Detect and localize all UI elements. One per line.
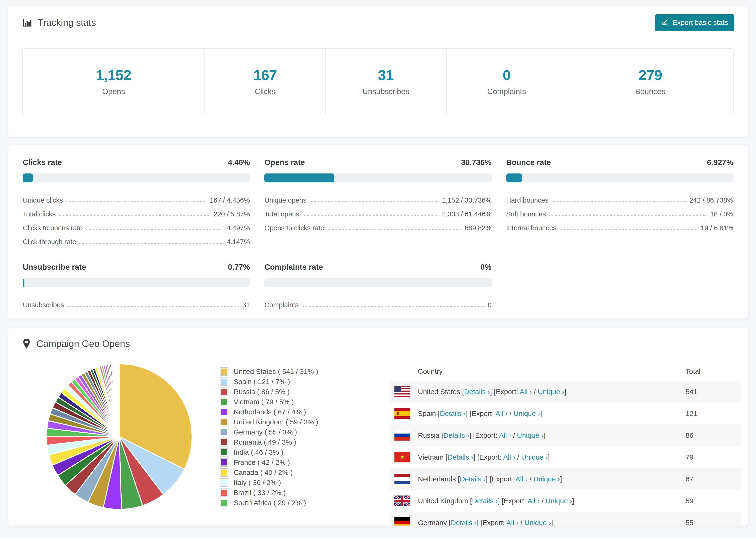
details-link[interactable]: Details › <box>460 475 486 483</box>
country-flag-icon <box>395 430 410 441</box>
details-link[interactable]: Details › <box>448 453 473 461</box>
metric-value: 220 / 5.87% <box>214 210 250 218</box>
table-row: Spain [Details ›] [Export: All › / Uniqu… <box>390 403 741 424</box>
rate-value: 6.927% <box>707 158 733 167</box>
geo-section-title: Campaign Geo Opens <box>36 339 130 349</box>
details-link[interactable]: Details › <box>440 409 465 417</box>
dotted-leader <box>552 201 686 202</box>
rate-value: 0% <box>480 263 492 272</box>
details-link[interactable]: Details › <box>443 431 469 439</box>
rate-progress-bar <box>23 278 250 287</box>
country-total: 121 <box>685 409 741 418</box>
country-flag-icon <box>395 474 410 484</box>
legend-label: United States ( 541 / 31% ) <box>234 368 318 376</box>
country-cell: Russia [Details ›] [Export: All › / Uniq… <box>410 431 685 439</box>
rate-progress-fill <box>23 174 33 183</box>
geo-header: Campaign Geo Opens <box>8 327 748 360</box>
country-total: 541 <box>685 388 741 396</box>
export-all-link[interactable]: All › <box>520 388 532 396</box>
rate-progress-bar <box>23 174 250 183</box>
legend-item[interactable]: India ( 46 / 3% ) <box>220 447 318 457</box>
metric-value: 689.82% <box>465 224 492 232</box>
legend-item[interactable]: Russia ( 86 / 5% ) <box>220 387 318 397</box>
legend-swatch <box>220 408 229 416</box>
legend-item[interactable]: Italy ( 36 / 2% ) <box>220 477 318 488</box>
export-button-label: Export basic stats <box>673 19 728 27</box>
pie-slice[interactable] <box>119 364 119 437</box>
country-name: United Kingdom <box>418 497 468 505</box>
summary-stats-box: 1,152 Opens 167 Clicks 31 Unsubscribes 0… <box>22 48 734 114</box>
details-link[interactable]: Details › <box>464 388 490 396</box>
legend-swatch <box>220 488 229 497</box>
metric-row: Hard bounces 242 / 86.738% <box>506 190 733 204</box>
legend-item[interactable]: Canada ( 40 / 2% ) <box>220 467 318 477</box>
metric-row: Click through rate 4.147% <box>23 232 250 246</box>
legend-label: South Africa ( 29 / 2% ) <box>234 499 306 507</box>
legend-item[interactable]: Vietnam ( 79 / 5% ) <box>220 397 318 407</box>
export-unique-link[interactable]: Unique › <box>546 497 572 505</box>
legend-item[interactable]: France ( 42 / 2% ) <box>220 457 318 467</box>
metric-label: Unsubscribes <box>23 301 64 309</box>
dotted-leader <box>67 306 239 307</box>
dotted-leader <box>310 201 439 202</box>
country-name: Netherlands <box>418 475 456 483</box>
legend-item[interactable]: Romania ( 49 / 3% ) <box>220 437 318 447</box>
legend-swatch <box>220 499 229 507</box>
legend-label: Brazil ( 33 / 2% ) <box>234 489 286 497</box>
legend-swatch <box>220 377 229 386</box>
metric-value: 14.497% <box>223 224 250 232</box>
legend-item[interactable]: Brazil ( 33 / 2% ) <box>220 488 318 498</box>
legend-label: France ( 42 / 2% ) <box>234 458 290 466</box>
legend-item[interactable]: United States ( 541 / 31% ) <box>220 366 318 377</box>
rate-value: 0.77% <box>228 263 250 272</box>
country-flag-icon <box>395 386 410 397</box>
metric-label: Click through rate <box>23 238 76 246</box>
rate-panel: Clicks rate 4.46% Unique clicks 167 / 4.… <box>23 158 250 246</box>
export-all-link[interactable]: All › <box>527 497 540 505</box>
metric-row: Internal bounces 19 / 6.81% <box>506 218 733 232</box>
export-unique-link[interactable]: Unique › <box>524 519 551 526</box>
country-cell: Vietnam [Details ›] [Export: All › / Uni… <box>410 453 685 461</box>
legend-swatch <box>220 438 229 447</box>
export-all-link[interactable]: All › <box>503 453 515 461</box>
metric-label: Total opens <box>264 210 299 218</box>
legend-item[interactable]: South Africa ( 29 / 2% ) <box>220 498 318 508</box>
export-all-link[interactable]: All › <box>499 431 511 439</box>
export-all-link[interactable]: All › <box>495 409 508 417</box>
details-link[interactable]: Details › <box>472 497 498 505</box>
country-flag-icon <box>395 517 410 526</box>
legend-swatch <box>220 478 229 487</box>
legend-item[interactable]: Germany ( 55 / 3% ) <box>220 427 318 437</box>
export-unique-link[interactable]: Unique › <box>538 388 564 396</box>
export-unique-link[interactable]: Unique › <box>533 475 560 483</box>
rate-title: Opens rate <box>264 158 305 167</box>
export-unique-link[interactable]: Unique › <box>517 431 544 439</box>
export-unique-link[interactable]: Unique › <box>513 409 540 417</box>
bar-chart-icon <box>22 17 33 28</box>
geo-pie-chart <box>44 361 194 512</box>
total-column-header: Total <box>685 367 741 375</box>
geo-table-header: Country Total <box>390 362 741 381</box>
metric-value: 31 <box>242 301 250 309</box>
country-column-header: Country <box>390 367 685 375</box>
metric-label: Hard bounces <box>506 196 549 204</box>
legend-label: Germany ( 55 / 3% ) <box>234 428 297 436</box>
details-link[interactable]: Details › <box>451 519 477 526</box>
metric-label: Internal bounces <box>506 224 557 232</box>
legend-item[interactable]: Netherlands ( 67 / 4% ) <box>220 407 318 417</box>
country-cell: United Kingdom [Details ›] [Export: All … <box>410 497 685 505</box>
export-unique-link[interactable]: Unique › <box>521 453 548 461</box>
legend-item[interactable]: Spain ( 121 / 7% ) <box>220 377 318 387</box>
legend-item[interactable]: United Kingdom ( 59 / 3% ) <box>220 417 318 427</box>
legend-swatch <box>220 398 229 406</box>
export-all-link[interactable]: All › <box>507 519 519 526</box>
country-name: United States <box>418 388 460 396</box>
export-basic-stats-button[interactable]: Export basic stats <box>655 14 734 31</box>
legend-label: India ( 46 / 3% ) <box>234 448 283 456</box>
rate-panel: Unsubscribe rate 0.77% Unsubscribes 31 <box>23 263 250 309</box>
metric-value: 4.147% <box>227 238 250 246</box>
country-cell: United States [Details ›] [Export: All ›… <box>410 388 685 396</box>
legend-label: Italy ( 36 / 2% ) <box>234 479 281 487</box>
export-all-link[interactable]: All › <box>515 475 527 483</box>
legend-swatch <box>220 367 229 376</box>
